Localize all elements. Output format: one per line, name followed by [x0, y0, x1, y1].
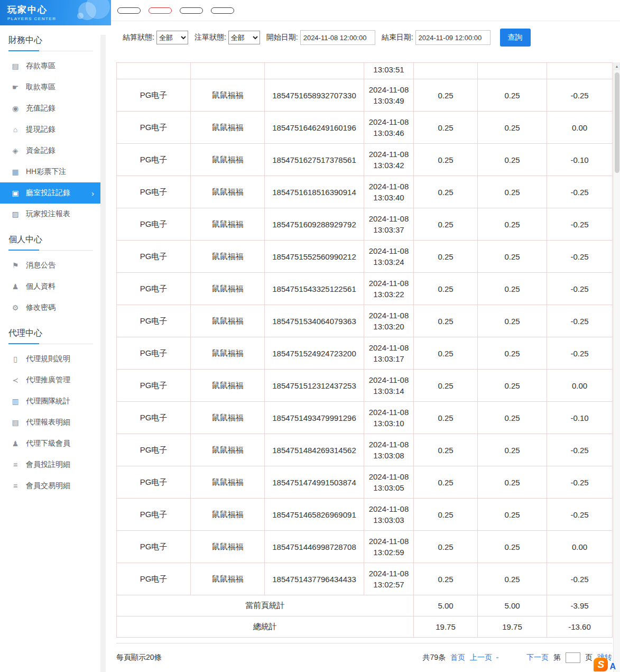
sidebar-item-agent-promotion[interactable]: ≺ 代理推廣管理 › [0, 370, 100, 391]
cell-valid-bet: 0.25 [478, 499, 547, 531]
jump-suffix-label: 页 [585, 653, 593, 662]
sidebar-section: 代理中心 ▯ 代理規則說明 › ≺ 代理推廣管理 › ▥ 代理團隊統計 › ▤ … [0, 328, 100, 496]
cell-game: 鼠鼠福福 [191, 337, 265, 370]
sidebar: 玩家中心 PLAYERS CENTER 財務中心 ▤ 存款專區 › ☛ 取款專區… [0, 0, 111, 672]
sidebar-item-change-password[interactable]: ⚙ 修改密碼 › [0, 297, 100, 318]
bet-records-table: 13:03:51 PG电子 鼠鼠福福 1854751658932707330 2… [116, 62, 613, 638]
cell-platform: PG电子 [117, 466, 191, 499]
sidebar-item-agent-report-details[interactable]: ▤ 代理報表明細 › [0, 412, 100, 433]
bet-records-table-wrap: 13:03:51 PG电子 鼠鼠福福 1854751658932707330 2… [116, 62, 612, 638]
sidebar-item-withdrawal-records[interactable]: ⌂ 提現記錄 › [0, 119, 100, 140]
prev-page-link[interactable]: 上一页 [470, 653, 492, 662]
cell-time: 2024-11-08 13:03:14 [364, 370, 414, 402]
table-row: PG电子 鼠鼠福福 1854751512312437253 2024-11-08… [117, 370, 613, 402]
cell-order-number: 1854751484269314562 [265, 434, 364, 466]
cell-game [191, 63, 265, 79]
cell-time: 2024-11-08 13:03:05 [364, 466, 414, 499]
cell-valid [478, 63, 547, 79]
vertical-scrollbar[interactable]: ▲ [613, 62, 620, 672]
jump-prefix-label: 第 [553, 653, 561, 662]
list-doc-icon: ≡ [10, 461, 21, 469]
cell-profit: -0.10 [547, 402, 613, 434]
cell-order-number: 1854751465826969091 [265, 499, 364, 531]
list-doc-icon: ≡ [10, 482, 21, 490]
cell-platform: PG电子 [117, 273, 191, 305]
cell-profit: -0.25 [547, 241, 613, 273]
start-date-input[interactable] [300, 30, 375, 45]
top-tab[interactable] [149, 7, 172, 14]
sidebar-item-player-bet-report[interactable]: ▨ 玩家投注報表 › [0, 204, 100, 225]
sidebar-item-fund-records[interactable]: ◈ 資金記錄 › [0, 140, 100, 161]
funds-icon: ◈ [10, 146, 21, 155]
cell-game: 鼠鼠福福 [191, 466, 265, 499]
search-button[interactable]: 查詢 [500, 29, 531, 47]
cell-order-number: 1854751493479991296 [265, 402, 364, 434]
page-total-profit: -3.95 [547, 595, 613, 616]
cell-bet-amount: 0.25 [414, 466, 478, 499]
end-date-input[interactable] [415, 30, 491, 45]
scroll-up-arrow-icon[interactable]: ▲ [614, 62, 620, 70]
cell-order-number: 1854751437796434433 [265, 563, 364, 595]
cell-order-number: 1854751512312437253 [265, 370, 364, 402]
sidebar-item-room-bet-records[interactable]: ▣ 廳室投註記錄 › [0, 182, 100, 204]
cell-profit: 0.00 [547, 112, 613, 144]
per-page-label: 每頁顯示20條 [116, 653, 162, 662]
table-row: PG电子 鼠鼠福福 1854751524924723200 2024-11-08… [117, 337, 613, 370]
ime-mode-letter[interactable]: A [609, 662, 616, 671]
cell-platform: PG电子 [117, 305, 191, 337]
order-status-select[interactable]: 全部 [228, 31, 260, 44]
cell-game: 鼠鼠福福 [191, 144, 265, 176]
cell-game: 鼠鼠福福 [191, 499, 265, 531]
user-icon: ♟ [10, 282, 21, 291]
cell-time: 2024-11-08 13:03:24 [364, 241, 414, 273]
report-book-icon: ▤ [10, 418, 21, 427]
top-tab[interactable] [117, 7, 141, 14]
cell-game: 鼠鼠福福 [191, 370, 265, 402]
cell-platform: PG电子 [117, 402, 191, 434]
partial-row-body: 13:03:51 [117, 63, 613, 79]
sidebar-item-agent-team-stats[interactable]: ▥ 代理團隊統計 › [0, 391, 100, 412]
cell-valid-bet: 0.25 [478, 79, 547, 112]
scrollbar-thumb[interactable] [615, 72, 619, 173]
sidebar-item-recharge-records[interactable]: ◉ 充值記錄 › [0, 98, 100, 119]
sidebar-item-deposit-area[interactable]: ▤ 存款專區 › [0, 56, 100, 77]
sidebar-item-member-bet-details[interactable]: ≡ 會員投註明細 › [0, 454, 100, 475]
sidebar-item-member-transaction-details[interactable]: ≡ 會員交易明細 › [0, 475, 100, 496]
cell-game: 鼠鼠福福 [191, 531, 265, 563]
table-row: PG电子 鼠鼠福福 1854751543325122561 2024-11-08… [117, 273, 613, 305]
cell-time: 2024-11-08 13:03:46 [364, 112, 414, 144]
cell-profit: -0.25 [547, 434, 613, 466]
cell-platform: PG电子 [117, 337, 191, 370]
sidebar-item-hh-lottery-bet[interactable]: ▦ HH彩票下注 › [0, 161, 100, 182]
settle-status-select[interactable]: 全部 [156, 31, 188, 44]
cell-profit: -0.25 [547, 337, 613, 370]
cell-time: 2024-11-08 13:03:42 [364, 144, 414, 176]
sidebar-item-profile[interactable]: ♟ 個人資料 › [0, 276, 100, 297]
sidebar-item-withdraw-area[interactable]: ☛ 取款專區 › [0, 77, 100, 98]
cell-bet-amount: 0.25 [414, 273, 478, 305]
cell-game: 鼠鼠福福 [191, 563, 265, 595]
end-date-label: 結束日期: [382, 33, 413, 42]
cell-valid-bet: 0.25 [478, 241, 547, 273]
next-page-link[interactable]: 下一页 [526, 653, 549, 662]
top-tab[interactable] [211, 7, 234, 14]
cell-bet-amount: 0.25 [414, 434, 478, 466]
sidebar-item-agent-sub-members[interactable]: ♟ 代理下級會員 › [0, 433, 100, 454]
cell-bet-amount: 0.25 [414, 208, 478, 241]
sidebar-item-announcements[interactable]: ⚑ 消息公告 › [0, 255, 100, 276]
cell-game: 鼠鼠福福 [191, 434, 265, 466]
sogou-ime-icon[interactable]: S [594, 658, 608, 671]
bell-icon: ⚑ [10, 261, 21, 270]
first-page-link[interactable]: 首页 [450, 653, 465, 662]
cell-valid-bet: 0.25 [478, 305, 547, 337]
sidebar-item-agent-rules[interactable]: ▯ 代理規則說明 › [0, 348, 100, 370]
jump-page-input[interactable] [566, 652, 580, 663]
table-row: PG电子 鼠鼠福福 1854751465826969091 2024-11-08… [117, 499, 613, 531]
cell-bet-amount: 0.25 [414, 531, 478, 563]
cell-valid-bet: 0.25 [478, 273, 547, 305]
table-row: PG电子 鼠鼠福福 1854751658932707330 2024-11-08… [117, 79, 613, 112]
sidebar-section-title: 財務中心 [8, 35, 93, 51]
cell-valid-bet: 0.25 [478, 531, 547, 563]
top-tab[interactable] [180, 7, 203, 14]
table-row: PG电子 鼠鼠福福 1854751646249160196 2024-11-08… [117, 112, 613, 144]
